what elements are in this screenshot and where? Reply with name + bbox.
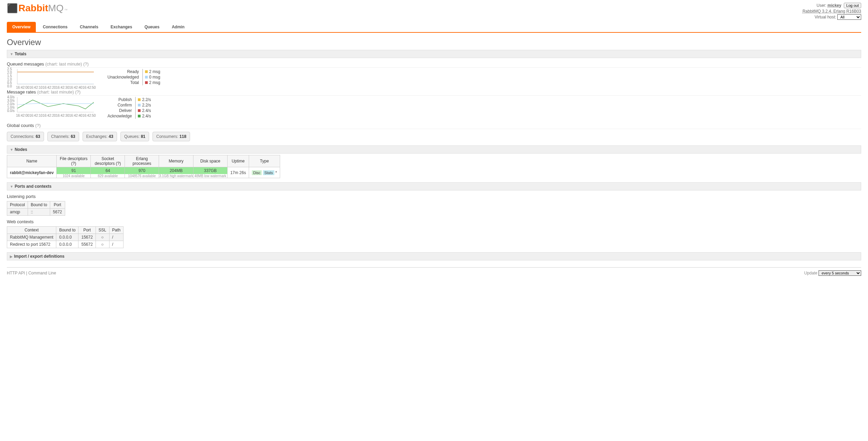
global-counts-title: Global counts (?)	[7, 123, 861, 129]
section-import[interactable]: ▶Import / export definitions	[7, 252, 861, 260]
tab-queues[interactable]: Queues	[139, 22, 165, 32]
node-row: rabbit@mickeyfan-dev 911024 available 64…	[7, 167, 280, 178]
vhost-label: Virtual host:	[815, 15, 836, 19]
col-name: Name	[7, 155, 57, 167]
logo: ⬛ RabbitMQ™	[7, 3, 68, 14]
node-name[interactable]: rabbit@mickeyfan-dev	[7, 167, 57, 178]
color-swatch	[145, 76, 148, 79]
web-contexts-table: ContextBound toPortSSLPath RabbitMQ Mana…	[7, 226, 124, 248]
nodes-table: Name File descriptors (?) Socket descrip…	[7, 155, 280, 178]
main-tabs: Overview Connections Channels Exchanges …	[7, 22, 861, 33]
color-swatch	[138, 98, 141, 101]
col-mem: Memory	[159, 155, 193, 167]
rates-y-ticks: 4.0/s3.0/s2.0/s1.0/s0.0/s	[7, 96, 15, 113]
http-api-link[interactable]: HTTP API	[7, 271, 25, 275]
count-channels[interactable]: Channels: 63	[47, 132, 79, 141]
table-row: Redirect to port 156720.0.0.055672○/	[7, 241, 124, 248]
tab-channels[interactable]: Channels	[74, 22, 104, 32]
col-fd: File descriptors (?)	[57, 155, 91, 167]
top-right: User: mickey Log out RabbitMQ 3.2.4, Erl…	[802, 3, 861, 20]
node-ep: 9701048576 available	[125, 167, 159, 178]
count-queues[interactable]: Queues: 81	[120, 132, 149, 141]
cli-link[interactable]: Command Line	[28, 271, 56, 275]
tab-connections[interactable]: Connections	[37, 22, 73, 32]
count-exchanges[interactable]: Exchanges: 43	[83, 132, 117, 141]
logout-button[interactable]: Log out	[844, 3, 861, 8]
queued-y-ticks: 2.52.01.51.00.50.0	[7, 68, 12, 88]
color-swatch	[138, 109, 141, 112]
rates-legend: Publish Confirm Deliver Acknowledge 2.2/…	[107, 97, 151, 119]
update-label: Update	[804, 271, 818, 275]
tab-overview[interactable]: Overview	[7, 22, 36, 32]
color-swatch	[138, 104, 141, 106]
col-disk: Disk space	[193, 155, 227, 167]
node-sd: 64829 available	[91, 167, 125, 178]
logo-rabbit: Rabbit	[18, 3, 48, 14]
chevron-down-icon: ▼	[10, 148, 13, 152]
tab-exchanges[interactable]: Exchanges	[105, 22, 138, 32]
rates-chart: 4.0/s3.0/s2.0/s1.0/s0.0/s 16:42:0016:42:…	[17, 97, 94, 112]
queued-legend: Ready Unacknowledged Total 2 msg 0 msg 2…	[107, 69, 160, 85]
rates-x-ticks: 16:42:0016:42:1016:42:2016:42:3016:42:40…	[16, 114, 95, 117]
col-type: Type	[249, 155, 280, 167]
update-interval-select[interactable]: every 5 seconds	[819, 270, 861, 276]
color-swatch	[145, 81, 148, 84]
vhost-select[interactable]: All	[837, 14, 861, 20]
rates-title: Message rates (chart: last minute) (?)	[7, 89, 861, 96]
queued-chart: 2.52.01.51.00.50.0 16:42:0016:42:1016:42…	[17, 69, 94, 84]
node-disk: 337GB48MB low watermark	[193, 167, 227, 178]
version-line[interactable]: RabbitMQ 3.2.4, Erlang R16B03	[802, 9, 861, 14]
tab-admin[interactable]: Admin	[166, 22, 190, 32]
col-ep: Erlang processes	[125, 155, 159, 167]
chevron-right-icon: ▶	[10, 255, 13, 258]
node-mem: 204MB3.1GB high watermark	[159, 167, 193, 178]
chevron-down-icon: ▼	[10, 52, 13, 56]
username[interactable]: mickey	[827, 3, 841, 8]
user-label: User:	[816, 3, 826, 8]
color-swatch	[145, 70, 148, 73]
section-ports[interactable]: ▼Ports and contexts	[7, 182, 861, 190]
queued-title: Queued messages (chart: last minute) (?)	[7, 61, 861, 68]
logo-mq: MQ	[48, 3, 63, 14]
color-swatch	[138, 115, 141, 117]
node-type: Disc Stats *	[249, 167, 280, 178]
table-row: RabbitMQ Management0.0.0.015672○/	[7, 234, 124, 241]
count-consumers[interactable]: Consumers: 118	[153, 132, 190, 141]
listening-ports-table: ProtocolBound toPort amqp::5672	[7, 201, 65, 216]
queued-x-ticks: 16:42:0016:42:1016:42:2016:42:3016:42:40…	[16, 86, 95, 89]
node-uptime: 17m 26s	[227, 167, 249, 178]
logo-tm: ™	[64, 8, 68, 12]
count-connections[interactable]: Connections: 63	[7, 132, 44, 141]
listening-ports-title: Listening ports	[7, 194, 861, 200]
chevron-down-icon: ▼	[10, 185, 13, 188]
col-sd: Socket descriptors (?)	[91, 155, 125, 167]
section-nodes[interactable]: ▼Nodes	[7, 145, 861, 154]
page-title: Overview	[7, 38, 861, 47]
node-fd: 911024 available	[57, 167, 91, 178]
section-totals[interactable]: ▼Totals	[7, 50, 861, 58]
table-row: amqp::5672	[7, 209, 65, 216]
rabbit-icon: ⬛	[7, 3, 18, 14]
web-contexts-title: Web contexts	[7, 219, 861, 225]
col-uptime: Uptime	[227, 155, 249, 167]
